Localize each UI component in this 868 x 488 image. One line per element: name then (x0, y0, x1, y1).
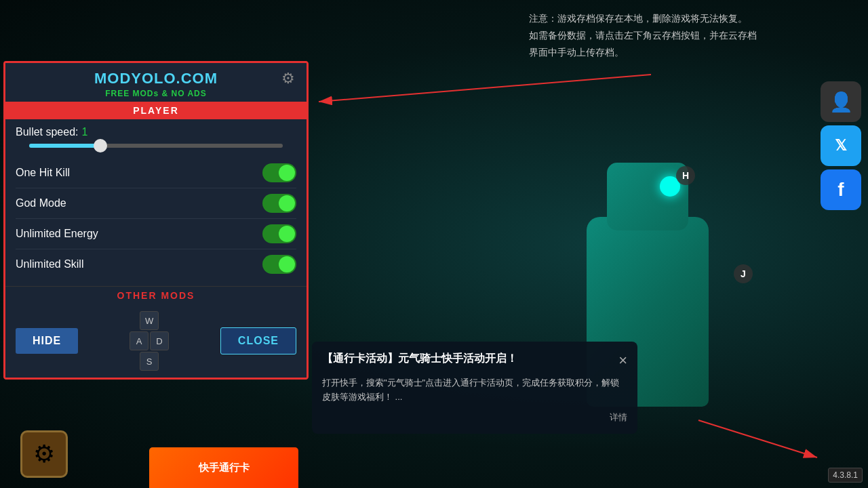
unlimited-energy-toggle-knob (279, 226, 295, 242)
player-section-header: PLAYER (5, 102, 307, 119)
facebook-app-icon[interactable]: f (821, 169, 861, 210)
popup-close-button[interactable]: × (618, 352, 627, 369)
gear-icon[interactable]: ⚙ (278, 70, 298, 90)
popup-notification: 【通行卡活动】元气骑士快手活动开启！ × 打开快手，搜索"元气骑士"点击进入通行… (312, 342, 637, 434)
close-button[interactable]: CLOSE (220, 327, 296, 354)
game-label-j: J (734, 264, 753, 283)
bullet-speed-value: 1 (82, 126, 88, 138)
one-hit-kill-toggle[interactable] (262, 163, 296, 182)
popup-body: 打开快手，搜索"元气骑士"点击进入通行卡活动页，完成任务获取积分，解锁皮肤等游戏… (322, 376, 627, 405)
one-hit-kill-label: One Hit Kill (16, 167, 70, 179)
god-mode-toggle-knob (279, 195, 295, 211)
game-label-h: H (676, 166, 695, 185)
slider-track[interactable] (29, 144, 283, 148)
twitter-icon: 𝕏 (835, 137, 847, 155)
version-badge: 4.3.8.1 (828, 468, 863, 483)
unlimited-skill-label: Unlimited Skill (16, 258, 83, 270)
user-icon: 👤 (829, 91, 853, 113)
popup-title: 【通行卡活动】元气骑士快手活动开启！ (322, 352, 612, 366)
one-hit-kill-toggle-knob (279, 165, 295, 181)
toggle-row-unlimited-skill: Unlimited Skill (16, 249, 296, 279)
hide-button[interactable]: HIDE (16, 328, 78, 354)
kuaishou-banner[interactable]: 快手通行卡 (149, 447, 298, 488)
panel-buttons: HIDE W A D S CLOSE (5, 304, 307, 378)
bullet-speed-row: Bullet speed: 1 (16, 126, 296, 138)
note-text: 注意：游戏存档保存在本地，删除游戏将无法恢复。 如需备份数据，请点击左下角云存档… (529, 10, 848, 62)
god-mode-label: God Mode (16, 197, 66, 209)
unlimited-energy-toggle[interactable] (262, 224, 296, 243)
unlimited-skill-toggle[interactable] (262, 255, 296, 274)
key-row-top: W (140, 311, 159, 330)
user-app-icon[interactable]: 👤 (821, 81, 861, 122)
panel-content: Bullet speed: 1 One Hit Kill God Mode Un… (5, 119, 307, 286)
mod-panel: MODYOLO.COM FREE MODs & NO ADS ⚙ PLAYER … (3, 61, 309, 380)
god-mode-toggle[interactable] (262, 194, 296, 213)
facebook-icon: f (837, 179, 844, 201)
panel-title: MODYOLO.COM (5, 70, 307, 87)
other-section-header: OTHER MODS (5, 286, 307, 304)
toggle-row-unlimited-energy: Unlimited Energy (16, 219, 296, 249)
slider-thumb[interactable] (94, 139, 107, 152)
unlimited-energy-label: Unlimited Energy (16, 228, 98, 240)
key-d: D (150, 331, 169, 350)
panel-header: MODYOLO.COM FREE MODs & NO ADS ⚙ (5, 63, 307, 102)
bullet-speed-slider-container (16, 144, 296, 148)
popup-header: 【通行卡活动】元气骑士快手活动开启！ × (322, 352, 627, 369)
toggle-row-one-hit-kill: One Hit Kill (16, 158, 296, 188)
key-a: A (130, 331, 149, 350)
right-app-icons: 👤 𝕏 f (821, 81, 861, 210)
key-row-bottom: A D (130, 331, 169, 350)
panel-subtitle: FREE MODs & NO ADS (5, 89, 307, 98)
key-s: S (140, 352, 159, 371)
settings-icon-bottom-left[interactable]: ⚙ (20, 430, 68, 478)
toggle-row-god-mode: God Mode (16, 188, 296, 219)
unlimited-skill-toggle-knob (279, 256, 295, 272)
keyboard-keys: W A D S (130, 311, 169, 371)
popup-detail-link[interactable]: 详情 (322, 411, 627, 424)
twitter-app-icon[interactable]: 𝕏 (821, 125, 861, 166)
key-row-s: S (140, 352, 159, 371)
bullet-speed-label: Bullet speed: (16, 126, 79, 138)
key-w: W (140, 311, 159, 330)
